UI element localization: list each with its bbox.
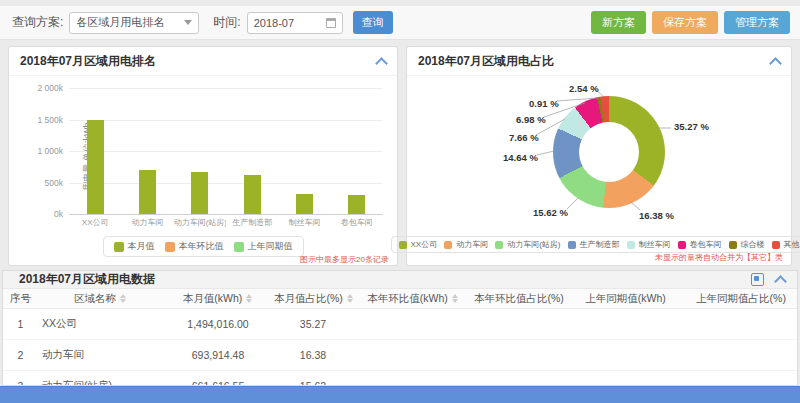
pie-value-label: 16.38 %	[639, 210, 674, 221]
x-axis-labels: XX公司动力车间动力车间(站房)生产制造部制丝车间卷包车间	[69, 217, 383, 228]
table-panel-header: 2018年07月区域用电数据	[3, 271, 797, 289]
table-row[interactable]: 1XX公司1,494,016.0035.27	[3, 309, 798, 340]
bar[interactable]	[296, 194, 313, 214]
table-panel-title: 2018年07月区域用电数据	[19, 271, 155, 288]
column-header[interactable]: 本年环比值(kWh)	[353, 289, 473, 309]
bar-column	[331, 88, 383, 214]
bar-plot-area: 用电量 单位:kWh 2 000k1 500k1 000k500k0k	[69, 88, 383, 215]
table-cell: 动力车间	[38, 340, 163, 371]
legend-label: 动力车间(站房)	[507, 239, 560, 250]
bar-panel-header: 2018年07月区域用电排名	[9, 47, 397, 76]
legend-item[interactable]: 动力车间(站房)	[495, 239, 560, 250]
query-button[interactable]: 查询	[353, 11, 393, 34]
legend-swatch	[627, 241, 635, 249]
table-cell	[473, 371, 568, 387]
donut-ring[interactable]	[553, 96, 665, 208]
time-label: 时间:	[213, 14, 240, 31]
legend-label: 制丝车间	[639, 239, 671, 250]
table-cell	[353, 340, 473, 371]
toolbar: 查询方案: 各区域月用电排名 时间: 2018-07 查询 新方案 保存方案 管…	[0, 6, 800, 40]
legend-item[interactable]: 本月值	[114, 240, 155, 253]
column-label: 本月值(kWh)	[183, 292, 243, 304]
new-plan-button[interactable]: 新方案	[591, 11, 646, 34]
collapse-up-icon[interactable]	[769, 57, 782, 70]
table-cell: 661,616.55	[163, 371, 273, 387]
bar-panel-title: 2018年07月区域用电排名	[20, 53, 156, 70]
legend-item[interactable]: 生产制造部	[568, 239, 620, 250]
column-header: 序号	[3, 289, 38, 309]
legend-swatch	[165, 242, 175, 252]
table-row[interactable]: 3动力车间(站房)661,616.5515.62	[3, 371, 798, 387]
table-header-icons	[751, 273, 785, 286]
legend-item[interactable]: 综合楼	[729, 239, 765, 250]
bar[interactable]	[244, 175, 261, 214]
sort-icon[interactable]	[452, 294, 459, 303]
calendar-icon	[326, 18, 336, 28]
bar-series	[69, 88, 383, 214]
legend-item[interactable]: 上年同期值	[234, 240, 293, 253]
table-cell	[473, 340, 568, 371]
column-label: 本年环比值(kWh)	[367, 292, 448, 304]
bar[interactable]	[348, 195, 365, 214]
legend-item[interactable]: 其他	[772, 239, 800, 250]
table-cell	[568, 340, 683, 371]
horizontal-scrollbar[interactable]	[0, 386, 800, 403]
column-header[interactable]: 本年环比值占比(%)	[473, 289, 568, 309]
legend-item[interactable]: 卷包车间	[678, 239, 722, 250]
legend-item[interactable]: 制丝车间	[627, 239, 671, 250]
sort-icon[interactable]	[246, 294, 253, 303]
pie-value-label: 0.91 %	[529, 98, 559, 109]
sort-icon[interactable]	[120, 294, 127, 303]
table-cell	[353, 309, 473, 340]
column-label: 区域名称	[74, 292, 116, 304]
table-cell: 15.62	[273, 371, 353, 387]
legend-swatch	[568, 241, 576, 249]
bar-column	[226, 88, 278, 214]
table-cell: 3	[3, 371, 38, 387]
table-cell	[473, 309, 568, 340]
column-header[interactable]: 本月值占比(%)	[273, 289, 353, 309]
legend-label: 综合楼	[741, 239, 765, 250]
bar-column	[174, 88, 226, 214]
export-icon[interactable]	[751, 273, 764, 286]
table-row[interactable]: 2动力车间693,914.4816.38	[3, 340, 798, 371]
column-header[interactable]: 本月值(kWh)	[163, 289, 273, 309]
column-header: 上年同期值占比(%)	[683, 289, 798, 309]
time-input[interactable]: 2018-07	[247, 12, 343, 34]
save-plan-button[interactable]: 保存方案	[652, 11, 718, 34]
sort-icon[interactable]	[347, 294, 353, 303]
data-table-panel: 2018年07月区域用电数据 序号区域名称本月值(kWh)本月值占比(%)本年环…	[2, 270, 798, 386]
table-cell: 35.27	[273, 309, 353, 340]
manage-plan-button[interactable]: 管理方案	[724, 11, 790, 34]
y-axis-tick: 500k	[45, 178, 63, 188]
legend-item[interactable]: XX公司	[399, 239, 438, 250]
column-header[interactable]: 区域名称	[38, 289, 163, 309]
bar-column	[278, 88, 330, 214]
chevron-down-icon	[184, 20, 192, 25]
x-axis-label: 动力车间(站房)	[174, 217, 226, 228]
legend-box: XX公司动力车间动力车间(站房)生产制造部制丝车间卷包车间综合楼其他	[391, 236, 800, 253]
table-cell	[568, 309, 683, 340]
y-axis-tick: 1 000k	[37, 146, 63, 156]
legend-label: 本年环比值	[179, 240, 224, 253]
table-cell	[568, 371, 683, 387]
legend-label: 本月值	[128, 240, 155, 253]
query-plan-select[interactable]: 各区域月用电排名	[69, 12, 199, 34]
query-plan-label: 查询方案:	[12, 14, 63, 31]
legend-item[interactable]: 本年环比值	[165, 240, 224, 253]
x-axis-label: 生产制造部	[226, 217, 278, 228]
x-axis-label: 制丝车间	[278, 217, 330, 228]
bar[interactable]	[191, 172, 208, 214]
bar[interactable]	[139, 170, 156, 214]
bar-chart-panel: 2018年07月区域用电排名 用电量 单位:kWh 2 000k1 500k1 …	[8, 46, 398, 266]
legend-item[interactable]: 动力车间	[444, 239, 488, 250]
y-axis-tick: 2 000k	[37, 83, 63, 93]
bar[interactable]	[87, 120, 104, 214]
collapse-up-icon[interactable]	[774, 275, 787, 288]
table-cell	[683, 309, 798, 340]
legend-label: 上年同期值	[248, 240, 293, 253]
collapse-up-icon[interactable]	[375, 57, 388, 70]
pie-value-label: 6.98 %	[516, 114, 546, 125]
column-label: 本年环比值占比(%)	[474, 292, 564, 304]
column-label: 本月值占比(%)	[274, 292, 343, 304]
